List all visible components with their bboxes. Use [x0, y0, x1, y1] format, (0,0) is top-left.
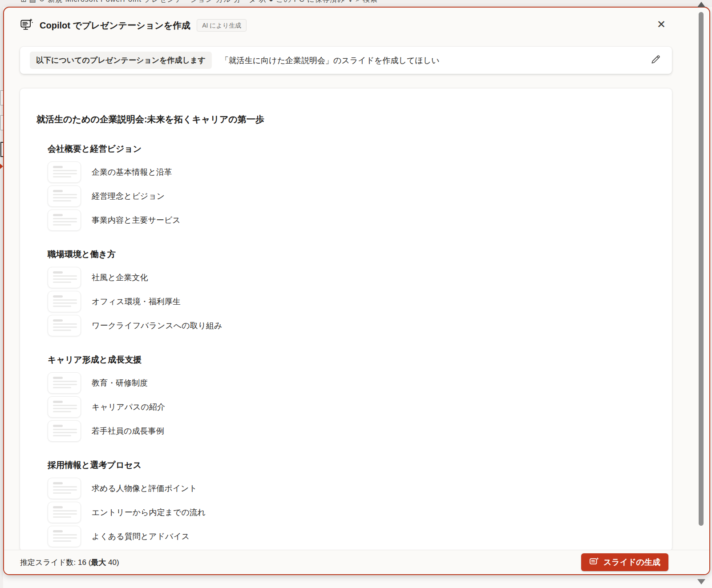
slide-title: 教育・研修制度 [92, 378, 148, 388]
slide-thumbnail [48, 502, 81, 523]
slide-thumbnail [48, 420, 81, 442]
slide-thumbnail [48, 267, 81, 288]
slide-title: よくある質問とアドバイス [92, 531, 190, 542]
slide-row[interactable]: 若手社員の成長事例 [48, 420, 654, 442]
slide-title: 求める人物像と評価ポイント [92, 483, 197, 494]
section-heading: 採用情報と選考プロセス [48, 460, 654, 471]
scrollbar-thumb[interactable] [699, 12, 704, 526]
slide-title: キャリアパスの紹介 [92, 402, 165, 412]
slide-row[interactable]: エントリーから内定までの流れ [48, 502, 654, 523]
slide-thumbnail [48, 209, 81, 231]
slide-title: 社風と企業文化 [92, 272, 148, 283]
slide-thumbnail [48, 161, 81, 183]
slide-row[interactable]: 求める人物像と評価ポイント [48, 478, 654, 499]
generate-slides-button[interactable]: スライドの生成 [581, 553, 668, 571]
dialog-title: Copilot でプレゼンテーションを作成 [40, 20, 190, 32]
slide-thumbnail [48, 478, 81, 499]
slide-row[interactable]: 企業の基本情報と沿革 [48, 161, 654, 183]
slide-thumbnail [48, 372, 81, 394]
dialog-header: Copilot でプレゼンテーションを作成 AI により生成 [20, 16, 247, 35]
slide-thumbnail [48, 315, 81, 336]
slide-row[interactable]: 社風と企業文化 [48, 267, 654, 288]
edit-prompt-button[interactable] [649, 54, 662, 67]
scrollbar-up-icon[interactable] [697, 2, 705, 7]
slide-title: 企業の基本情報と沿革 [92, 167, 172, 177]
slide-row[interactable]: 経営理念とビジョン [48, 185, 654, 207]
slide-thumbnail [48, 291, 81, 312]
slide-thumbnail [48, 185, 81, 207]
slide-row[interactable]: ワークライフバランスへの取り組み [48, 315, 654, 336]
copilot-presentation-icon [20, 18, 33, 33]
section-heading: 職場環境と働き方 [48, 249, 654, 260]
slide-thumbnail [48, 396, 81, 418]
generate-slides-label: スライドの生成 [603, 557, 660, 568]
background-titlebar-text: ⊞ ▤ ↺ 新規 Microsoft PowerPoint プレゼンテーション … [20, 0, 378, 4]
slides-sparkle-icon [589, 556, 599, 568]
outline-section: 職場環境と働き方 社風と企業文化 オフィス環境・福利厚生 ワークライフバランスへ… [48, 249, 654, 336]
slide-row[interactable]: よくある質問とアドバイス [48, 526, 654, 547]
presentation-title: 就活生のための企業説明会:未来を拓くキャリアの第一歩 [36, 113, 654, 125]
ai-generated-badge: AI により生成 [197, 19, 247, 32]
copilot-create-presentation-dialog: Copilot でプレゼンテーションを作成 AI により生成 ✕ 以下についての… [3, 7, 710, 575]
dialog-footer: 推定スライド数: 16 (最大 40) スライドの生成 [4, 550, 709, 574]
background-titlebar: ⊞ ▤ ↺ 新規 Microsoft PowerPoint プレゼンテーション … [0, 0, 712, 7]
slide-title: ワークライフバランスへの取り組み [92, 320, 222, 331]
slide-thumbnail [48, 526, 81, 547]
slide-title: オフィス環境・福利厚生 [92, 296, 181, 307]
slide-title: 若手社員の成長事例 [92, 426, 164, 436]
slide-title: 事業内容と主要サービス [92, 215, 181, 226]
background-slide-panel [0, 7, 3, 588]
slide-row[interactable]: 事業内容と主要サービス [48, 209, 654, 231]
slide-title: エントリーから内定までの流れ [92, 507, 206, 518]
slide-row[interactable]: オフィス環境・福利厚生 [48, 291, 654, 312]
prompt-type-pill: 以下についてのプレゼンテーションを作成します [30, 52, 212, 69]
outline-section: 会社概要と経営ビジョン 企業の基本情報と沿革 経営理念とビジョン 事業内容と主要… [48, 144, 654, 231]
slide-count-estimate: 推定スライド数: 16 (最大 40) [20, 557, 119, 568]
slide-row[interactable]: 教育・研修制度 [48, 372, 654, 394]
section-heading: キャリア形成と成長支援 [48, 354, 654, 365]
background-slide-caret [0, 164, 3, 169]
outline-section: キャリア形成と成長支援 教育・研修制度 キャリアパスの紹介 若手社員の成長事例 [48, 354, 654, 442]
slide-row[interactable]: キャリアパスの紹介 [48, 396, 654, 418]
scrollbar-down-icon[interactable] [697, 579, 705, 584]
scrollbar[interactable] [696, 0, 707, 588]
close-icon[interactable]: ✕ [655, 18, 668, 31]
outline-section: 採用情報と選考プロセス 求める人物像と評価ポイント エントリーから内定までの流れ… [48, 460, 654, 547]
outline-panel: 就活生のための企業説明会:未来を拓くキャリアの第一歩 会社概要と経営ビジョン 企… [20, 89, 672, 551]
slide-title: 経営理念とビジョン [92, 191, 165, 201]
prompt-text: 「就活生に向けた企業説明会」のスライドを作成してほしい [221, 55, 440, 66]
prompt-bar: 以下についてのプレゼンテーションを作成します 「就活生に向けた企業説明会」のスラ… [20, 47, 672, 74]
section-heading: 会社概要と経営ビジョン [48, 144, 654, 154]
pencil-icon [650, 54, 661, 66]
